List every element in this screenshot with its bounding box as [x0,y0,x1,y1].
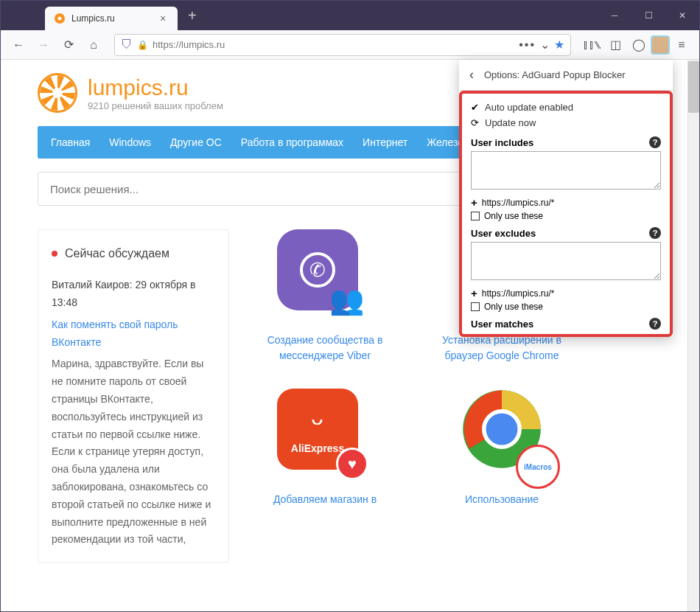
user-includes-textarea[interactable] [471,151,661,189]
help-icon[interactable]: ? [649,318,661,330]
url-text: https://lumpics.ru [153,39,514,50]
greasemonkey-extension-icon[interactable] [652,37,668,53]
scrollbar[interactable] [687,60,699,611]
only-excludes-label: Only use these [484,302,543,312]
plus-icon: + [471,287,477,299]
card-imacros-title[interactable]: Использование [428,492,575,507]
sidebar-heading: Сейчас обсуждаем [52,243,215,263]
aliexpress-icon: ᵕAliExpress♥ [277,389,358,470]
home-button[interactable]: ⌂ [83,35,104,55]
imacros-badge: iMacros [516,445,560,489]
sidebar-icon[interactable]: ◫ [605,35,626,55]
card-ali-title[interactable]: Добавляем магазин в [251,492,399,507]
pocket-icon[interactable]: ⌄ [540,38,550,52]
svg-point-1 [58,17,62,21]
browser-tab[interactable]: Lumpics.ru × [45,7,178,30]
only-includes-checkbox[interactable] [471,212,480,220]
only-includes-label: Only use these [484,211,543,221]
minimize-button[interactable]: ─ [598,1,631,30]
refresh-icon: ⟳ [471,117,479,128]
update-now-row[interactable]: ⟳Update now [471,115,661,131]
library-icon[interactable]: ⫿⫿⑊ [581,35,602,55]
account-icon[interactable]: ◯ [629,35,649,55]
lock-icon[interactable]: 🔒 [137,40,148,50]
comment-link[interactable]: Как поменять свой пароль ВКонтакте [52,319,178,348]
nav-internet[interactable]: Интернет [363,136,407,148]
close-button[interactable]: ✕ [665,1,699,30]
bookmark-star-icon[interactable]: ★ [554,38,564,52]
site-name[interactable]: lumpics.ru [88,75,223,100]
comment-meta: Виталий Каиров: 29 октября в 13:48 [52,277,215,312]
site-slogan: 9210 решений ваших проблем [88,100,223,111]
menu-icon[interactable]: ≡ [671,35,692,55]
comment-text: Марина, здравствуйте. Если вы не помните… [52,355,215,549]
tab-title: Lumpics.ru [71,13,157,24]
card-viber-title[interactable]: Создание сообщества в мессенджере Viber [251,333,399,364]
titlebar: Lumpics.ru × + ─ ☐ ✕ [1,1,699,30]
site-logo[interactable] [38,73,77,113]
user-matches-label: User matches [471,319,533,330]
browser-window: Lumpics.ru × + ─ ☐ ✕ ← → ⟳ ⌂ ⛉ 🔒 https:/… [0,0,700,612]
discussion-sidebar: Сейчас обсуждаем Виталий Каиров: 29 октя… [38,229,229,563]
user-excludes-textarea[interactable] [471,242,661,280]
card-viber[interactable]: ✆👥 Создание сообщества в мессенджере Vib… [251,229,399,364]
live-dot-icon [52,251,57,257]
auto-update-row[interactable]: ✔Auto update enabled [471,100,661,115]
card-imacros[interactable]: iMacros Использование [428,389,575,507]
new-tab-button[interactable]: + [188,7,197,24]
nav-hardware[interactable]: Железо [427,136,463,148]
nav-programs[interactable]: Работа в программах [241,136,343,148]
popup-title: Options: AdGuard Popup Blocker [484,69,626,80]
group-icon: 👥 [329,284,364,316]
shield-icon[interactable]: ⛉ [121,38,133,52]
extension-options-popup: ‹ Options: AdGuard Popup Blocker ✔Auto u… [459,60,673,337]
add-include-row[interactable]: +https://lumpics.ru/* [471,196,661,209]
toolbar: ← → ⟳ ⌂ ⛉ 🔒 https://lumpics.ru ••• ⌄ ★ ⫿… [1,30,699,60]
reload-button[interactable]: ⟳ [58,35,79,55]
url-bar[interactable]: ⛉ 🔒 https://lumpics.ru ••• ⌄ ★ [114,34,571,56]
card-chrome-ext-title[interactable]: Установка расширений в браузер Google Ch… [428,333,575,364]
viber-icon: ✆👥 [277,229,358,310]
nav-home[interactable]: Главная [51,136,90,148]
forward-button[interactable]: → [33,35,54,55]
popup-back-button[interactable]: ‹ [469,67,474,83]
check-icon: ✔ [471,102,479,113]
popup-header: ‹ Options: AdGuard Popup Blocker [459,60,673,91]
scrollbar-thumb[interactable] [688,61,699,113]
card-aliexpress[interactable]: ᵕAliExpress♥ Добавляем магазин в [251,389,399,507]
page-actions-icon[interactable]: ••• [519,38,536,52]
user-excludes-label: User excludes [471,228,536,239]
add-exclude-row[interactable]: +https://lumpics.ru/* [471,287,661,299]
back-button[interactable]: ← [8,35,29,55]
maximize-button[interactable]: ☐ [631,1,665,30]
help-icon[interactable]: ? [649,227,661,239]
heart-badge-icon: ♥ [336,448,368,480]
nav-windows[interactable]: Windows [109,136,151,148]
nav-other-os[interactable]: Другие ОС [170,136,222,148]
lumpics-favicon [54,13,66,24]
user-includes-label: User includes [471,137,533,148]
only-excludes-checkbox[interactable] [471,302,480,311]
help-icon[interactable]: ? [649,136,661,148]
plus-icon: + [471,196,477,209]
window-controls: ─ ☐ ✕ [598,1,699,30]
tab-close-icon[interactable]: × [157,13,169,24]
